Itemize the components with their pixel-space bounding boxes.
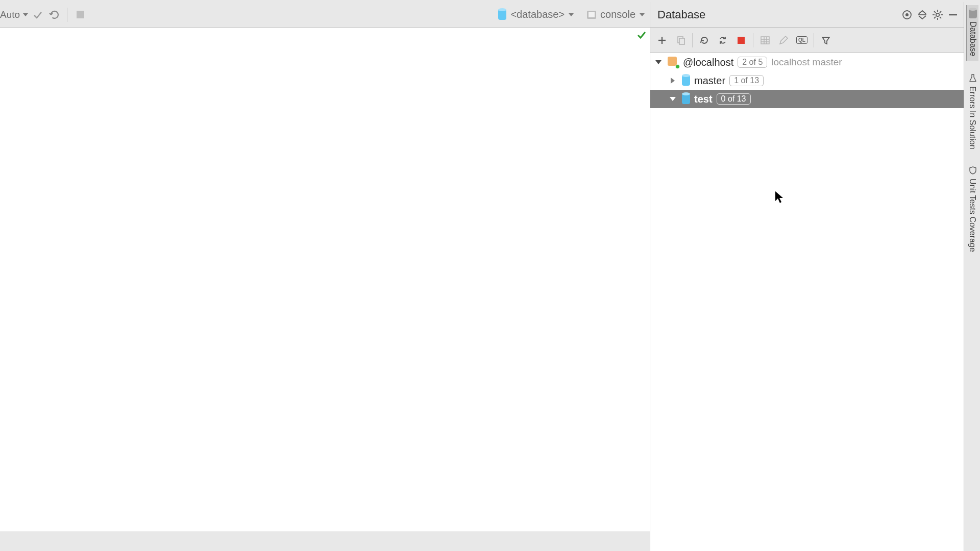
console-icon — [587, 11, 596, 19]
rail-label: Database — [968, 21, 977, 57]
settings-icon[interactable] — [930, 7, 945, 22]
database-icon — [969, 9, 977, 18]
rollback-icon[interactable] — [47, 8, 61, 21]
collapse-all-icon[interactable] — [915, 7, 930, 22]
schema-name: test — [694, 93, 713, 105]
svg-line-9 — [940, 17, 941, 18]
right-tool-rail: Database Errors In Solution Unit Tests C… — [964, 2, 980, 551]
svg-line-11 — [940, 11, 941, 13]
tx-mode-label: Auto — [0, 9, 20, 20]
inspection-ok-icon[interactable] — [636, 30, 647, 40]
expand-toggle[interactable] — [668, 97, 678, 101]
svg-line-10 — [934, 17, 936, 18]
rail-tab-database[interactable]: Database — [966, 5, 978, 61]
connection-badge: 2 of 5 — [738, 57, 767, 68]
ql-badge: QL — [796, 36, 807, 44]
scroll-from-source-icon[interactable] — [899, 7, 915, 22]
shield-icon — [968, 166, 977, 176]
tree-schema-row[interactable]: master 1 of 13 — [650, 71, 964, 90]
svg-point-3 — [936, 13, 939, 16]
rail-tab-coverage[interactable]: Unit Tests Coverage — [967, 162, 978, 256]
tree-connection-row[interactable]: @localhost 2 of 5 localhost master — [650, 53, 964, 71]
hide-panel-icon[interactable] — [945, 7, 961, 22]
toolbar-separator — [67, 8, 67, 22]
rail-label: Unit Tests Coverage — [968, 179, 977, 252]
filter-icon[interactable] — [817, 32, 835, 49]
database-icon — [682, 76, 690, 86]
schema-badge: 1 of 13 — [729, 75, 764, 86]
console-dropdown-label: console — [600, 9, 635, 20]
chevron-down-icon — [23, 13, 28, 16]
editor-column: Auto <database> console — [0, 2, 650, 551]
refresh-icon[interactable] — [696, 32, 713, 49]
chevron-down-icon — [569, 13, 574, 16]
database-icon — [498, 10, 506, 20]
svg-point-1 — [905, 13, 909, 16]
editor-toolbar: Auto <database> console — [0, 2, 650, 28]
edit-icon — [775, 32, 792, 49]
database-dropdown-label: <database> — [510, 9, 565, 20]
table-view-icon — [756, 32, 774, 49]
schema-badge: 0 of 13 — [717, 93, 751, 105]
stop-icon[interactable] — [732, 32, 750, 49]
stop-button[interactable] — [74, 8, 87, 21]
schema-name: master — [694, 75, 725, 87]
svg-line-8 — [934, 11, 936, 13]
database-tree[interactable]: @localhost 2 of 5 localhost master maste… — [650, 53, 964, 551]
database-dropdown[interactable]: <database> — [498, 9, 574, 20]
database-panel-titlebar: Database — [650, 2, 964, 28]
editor-body[interactable] — [0, 28, 650, 532]
rail-tab-errors[interactable]: Errors In Solution — [967, 70, 978, 154]
console-dropdown[interactable]: console — [587, 9, 645, 20]
svg-rect-17 — [761, 37, 769, 44]
database-panel: Database — [650, 2, 964, 551]
editor-footer — [0, 532, 650, 551]
jump-to-console-button[interactable]: QL — [793, 32, 811, 49]
commit-icon[interactable] — [31, 8, 44, 21]
new-datasource-icon[interactable] — [653, 32, 671, 49]
mouse-cursor-icon — [775, 191, 784, 204]
expand-toggle[interactable] — [653, 60, 664, 64]
svg-rect-16 — [679, 38, 684, 44]
sync-icon[interactable] — [714, 32, 731, 49]
connection-hint: localhost master — [771, 57, 842, 68]
duplicate-icon — [672, 32, 689, 49]
chevron-down-icon — [640, 13, 645, 16]
tx-mode-dropdown[interactable]: Auto — [0, 9, 28, 20]
rail-label: Errors In Solution — [968, 86, 977, 149]
connection-name: @localhost — [683, 57, 733, 68]
datasource-icon — [668, 57, 679, 68]
expand-toggle[interactable] — [668, 78, 678, 84]
panel-title: Database — [657, 8, 705, 21]
flask-icon — [968, 74, 977, 83]
database-toolbar: QL — [650, 28, 964, 53]
database-icon — [682, 94, 690, 104]
tree-schema-row[interactable]: test 0 of 13 — [650, 90, 964, 108]
